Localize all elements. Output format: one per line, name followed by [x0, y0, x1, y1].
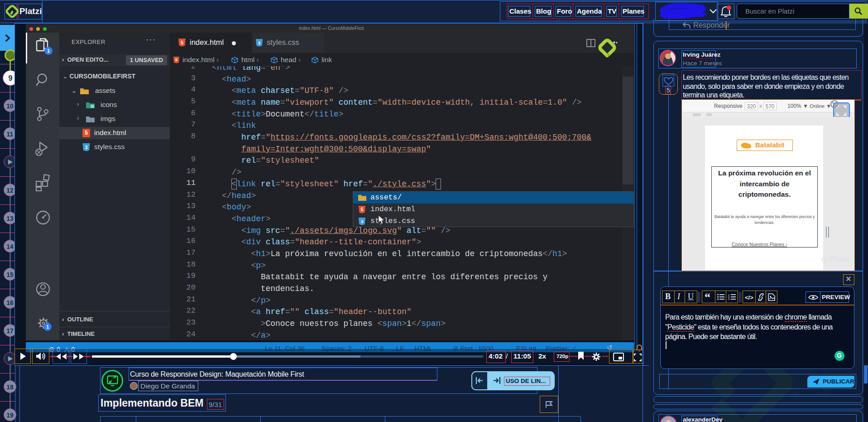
svg-text:3: 3 — [258, 40, 260, 45]
svg-text:3: 3 — [728, 298, 730, 301]
svg-text:5: 5 — [181, 40, 183, 45]
svg-text:5: 5 — [361, 207, 364, 212]
svg-text:3: 3 — [85, 145, 88, 150]
svg-text:3: 3 — [361, 219, 363, 224]
svg-text:5: 5 — [175, 58, 177, 62]
